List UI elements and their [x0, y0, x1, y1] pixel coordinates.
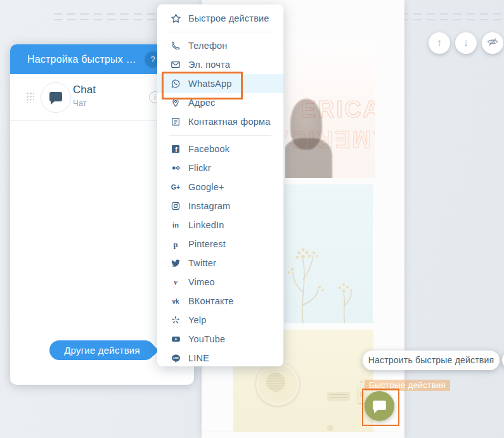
- hide-button[interactable]: [482, 32, 503, 54]
- contact-form-icon: [169, 117, 182, 127]
- drag-handle-icon[interactable]: [26, 92, 34, 103]
- facebook-icon: f: [169, 144, 182, 154]
- menu-item-label: Flickr: [188, 163, 211, 173]
- menu-item-label: Yelp: [188, 315, 207, 325]
- eye-hidden-icon: [486, 35, 499, 51]
- menu-item-label: YouTube: [188, 334, 225, 344]
- menu-item-pinterest[interactable]: pPinterest: [157, 235, 283, 254]
- setup-quick-actions-tooltip: Настроить быстрые действия: [363, 351, 500, 370]
- other-actions-button[interactable]: Другие действия: [49, 340, 155, 360]
- svg-text:v: v: [174, 278, 178, 287]
- quick-actions-chat-button[interactable]: [365, 391, 394, 421]
- menu-item-label: Instagram: [188, 201, 230, 211]
- menu-list: Быстрое действиеТелефонЭл. почтаWhatsApp…: [157, 4, 283, 366]
- phone-icon: [169, 41, 182, 51]
- menu-item-yelp[interactable]: Yelp: [157, 311, 283, 330]
- vimeo-icon: v: [169, 277, 182, 287]
- menu-item-вконтакте[interactable]: vkВКонтакте: [157, 292, 283, 311]
- menu-item-label: Быстрое действие: [188, 13, 269, 23]
- menu-item-label: Google+: [188, 182, 224, 192]
- arrow-up-icon: ↑: [437, 37, 443, 49]
- menu-item-быстрое-действие[interactable]: Быстрое действие: [157, 9, 283, 28]
- menu-item-контактная-форма[interactable]: Контактная форма: [157, 112, 283, 131]
- person-silhouette: [285, 138, 332, 178]
- menu-item-instagram[interactable]: Instagram: [157, 196, 283, 216]
- whatsapp-icon: [169, 79, 182, 89]
- menu-item-label: Facebook: [188, 144, 229, 154]
- linkedin-icon: in: [169, 220, 182, 230]
- preview-photo-portrait: ERICA AMERICA: [285, 38, 375, 178]
- wall-sign: [327, 392, 350, 401]
- svg-text:LINE: LINE: [173, 357, 179, 359]
- menu-item-label: Vimeo: [188, 277, 215, 287]
- move-up-button[interactable]: ↑: [429, 32, 450, 54]
- wall-dot: [327, 425, 333, 431]
- menu-item-label: ВКонтакте: [188, 296, 234, 306]
- menu-item-эл-почта[interactable]: Эл. почта: [157, 55, 283, 74]
- menu-item-line[interactable]: LINELINE: [157, 349, 283, 366]
- menu-item-facebook[interactable]: fFacebook: [157, 139, 283, 158]
- menu-item-label: Twitter: [188, 258, 216, 268]
- menu-item-label: LINE: [188, 353, 209, 363]
- googleplus-icon: G+: [169, 182, 182, 192]
- menu-item-whatsapp[interactable]: WhatsApp: [157, 74, 283, 93]
- menu-item-label: WhatsApp: [188, 79, 232, 89]
- youtube-icon: [169, 334, 182, 344]
- menu-item-label: Эл. почта: [188, 60, 230, 70]
- address-pin-icon: [169, 98, 182, 108]
- svg-text:in: in: [172, 221, 179, 229]
- menu-item-label: Телефон: [188, 41, 228, 51]
- menu-divider: [169, 32, 271, 32]
- preview-photo-flowers: [284, 184, 373, 323]
- chat-bubble-icon: [373, 401, 386, 410]
- menu-item-linkedin[interactable]: inLinkedIn: [157, 216, 283, 235]
- move-down-button[interactable]: ↓: [455, 32, 477, 54]
- menu-item-label: Контактная форма: [188, 117, 270, 127]
- chat-item-title: Chat: [73, 84, 96, 96]
- menu-item-label: Адрес: [188, 98, 216, 108]
- menu-item-label: Pinterest: [188, 239, 226, 249]
- other-actions-label: Другие действия: [64, 345, 140, 356]
- menu-item-label: LinkedIn: [188, 220, 224, 230]
- svg-text:G+: G+: [171, 183, 180, 191]
- svg-text:vk: vk: [172, 298, 179, 305]
- menu-item-twitter[interactable]: Twitter: [157, 254, 283, 273]
- instagram-icon: [169, 201, 182, 211]
- yelp-icon: [169, 315, 182, 325]
- chat-bubble-icon: [49, 92, 62, 101]
- quick-actions-menu: Быстрое действиеТелефонЭл. почтаWhatsApp…: [157, 4, 283, 366]
- menu-item-google+[interactable]: G+Google+: [157, 177, 283, 196]
- chat-avatar: [41, 82, 71, 113]
- svg-text:p: p: [174, 240, 178, 249]
- line-icon: LINE: [169, 353, 182, 364]
- pinterest-icon: p: [169, 239, 182, 249]
- star-icon: [169, 13, 182, 24]
- flower-sprigs: [284, 184, 373, 323]
- vent-circle: [256, 363, 299, 406]
- flickr-icon: [169, 163, 182, 173]
- menu-item-адрес[interactable]: Адрес: [157, 93, 283, 112]
- section-divider: [202, 432, 404, 432]
- menu-item-youtube[interactable]: YouTube: [157, 330, 283, 349]
- arrow-down-icon: ↓: [463, 37, 469, 49]
- quick-actions-selection-label: Быстрые действия: [365, 380, 450, 391]
- vk-icon: vk: [169, 296, 182, 306]
- menu-divider: [169, 135, 271, 136]
- menu-item-vimeo[interactable]: vVimeo: [157, 273, 283, 292]
- menu-item-телефон[interactable]: Телефон: [157, 36, 283, 55]
- chat-item-subtitle: Чат: [73, 98, 87, 108]
- panel-title: Настройка быстрых …: [27, 44, 136, 74]
- mail-icon: [169, 60, 182, 70]
- twitter-icon: [169, 258, 182, 268]
- menu-item-flickr[interactable]: Flickr: [157, 158, 283, 177]
